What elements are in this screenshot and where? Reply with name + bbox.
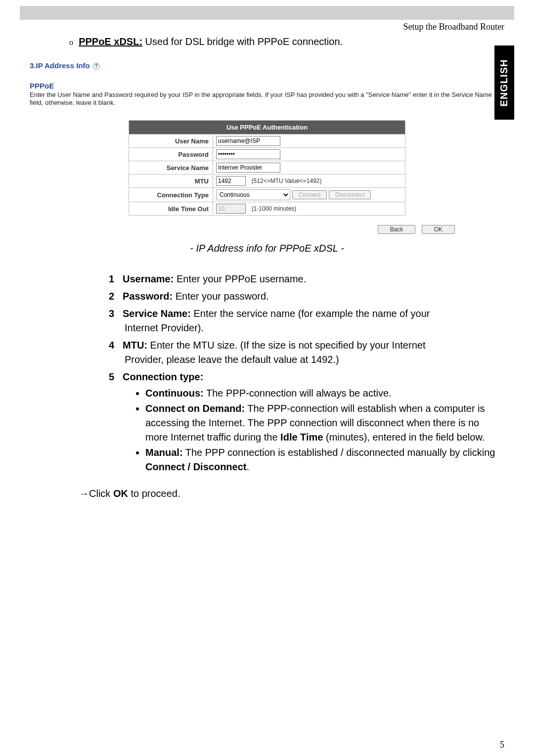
item-label: Username: xyxy=(123,273,174,284)
connection-type-label: Connection Type xyxy=(129,188,213,202)
header-title: Setup the Broadband Router xyxy=(0,20,534,32)
list-item: Continuous: The PPP-connection will alwa… xyxy=(145,386,504,400)
idle-timeout-label: Idle Time Out xyxy=(129,202,213,216)
list-item: 5Connection type: Continuous: The PPP-co… xyxy=(109,370,504,474)
table-row: Connection Type Continuous Connect Disco… xyxy=(129,188,405,202)
service-name-input[interactable] xyxy=(216,163,280,173)
pppoe-title: PPPoE xyxy=(30,82,504,90)
service-name-label: Service Name xyxy=(129,161,213,175)
item-number: 5 xyxy=(109,370,123,384)
mtu-label: MTU xyxy=(129,175,213,188)
item-label: MTU: xyxy=(123,340,147,351)
proceed-pre: Click xyxy=(89,488,113,499)
mtu-input[interactable] xyxy=(216,176,246,186)
sub-label: Manual: xyxy=(145,447,183,458)
sub-text: The PPP-connection will always be active… xyxy=(204,388,392,399)
password-input[interactable] xyxy=(216,149,280,159)
ok-button[interactable]: OK xyxy=(422,225,455,234)
proceed-post: to proceed. xyxy=(128,488,180,499)
table-row: MTU (512<=MTU Value<=1492) xyxy=(129,175,405,188)
top-gray-bar xyxy=(20,6,514,20)
list-item: Connect on Demand: The PPP-connection wi… xyxy=(145,401,504,445)
list-item: 3Service Name: Enter the service name (f… xyxy=(109,307,504,335)
item-label: Connection type: xyxy=(123,371,203,382)
password-label: Password xyxy=(129,148,213,161)
figure-caption: - IP Address info for PPPoE xDSL - xyxy=(30,243,504,254)
action-row: Back OK xyxy=(30,216,504,234)
form-header: Use PPPoE Authentication xyxy=(129,121,405,134)
username-input[interactable] xyxy=(216,136,280,146)
item-text: Enter your password. xyxy=(173,291,269,302)
mtu-hint: (512<=MTU Value<=1492) xyxy=(252,178,322,184)
idle-timeout-input xyxy=(216,204,246,214)
sub-label: Connect on Demand: xyxy=(145,403,245,414)
sub-tail: (minutes), entered in the field below. xyxy=(323,432,485,443)
list-item: 2Password: Enter your password. xyxy=(109,289,504,304)
sub-tail: . xyxy=(246,461,249,472)
section-number: 3. xyxy=(30,61,36,70)
list-item: 4MTU: Enter the MTU size. (If the size i… xyxy=(109,338,504,367)
table-row: Idle Time Out (1-1000 minutes) xyxy=(129,202,405,216)
language-tab: ENGLISH xyxy=(494,45,514,120)
sub-bold: Connect / Disconnect xyxy=(145,461,246,472)
list-item: 1Username: Enter your PPPoE username. xyxy=(109,272,504,286)
username-label: User Name xyxy=(129,134,213,148)
item-continuation: Internet Provider). xyxy=(109,321,504,335)
table-row: Service Name xyxy=(129,161,405,175)
language-tab-text: ENGLISH xyxy=(499,59,510,106)
disconnect-button[interactable]: Disconnect xyxy=(329,190,371,199)
sub-list: Continuous: The PPP-connection will alwa… xyxy=(109,384,504,474)
sub-label: Continuous: xyxy=(145,388,204,399)
pppoe-form-table: Use PPPoE Authentication User Name Passw… xyxy=(129,120,405,216)
item-number: 3 xyxy=(109,307,123,321)
connect-button[interactable]: Connect xyxy=(292,190,327,199)
item-text: Enter the MTU size. (If the size is not … xyxy=(147,340,425,351)
proceed-bold: OK xyxy=(113,488,128,499)
section-heading: 3.IP Address Info ? xyxy=(30,59,504,71)
arrow-icon: → xyxy=(79,488,89,499)
list-item: Manual: The PPP connection is establishe… xyxy=(145,445,504,474)
sub-bold: Idle Time xyxy=(280,432,323,443)
instruction-list: 1Username: Enter your PPPoE username. 2P… xyxy=(30,264,504,474)
intro-bullet: o xyxy=(69,38,73,46)
item-text: Enter your PPPoE username. xyxy=(174,273,306,284)
item-number: 1 xyxy=(109,272,123,286)
item-number: 2 xyxy=(109,289,123,304)
item-label: Service Name: xyxy=(123,308,191,319)
idle-timeout-hint: (1-1000 minutes) xyxy=(252,205,297,212)
section-title: IP Address Info xyxy=(36,61,90,70)
item-label: Password: xyxy=(123,291,173,302)
intro-label: PPPoE xDSL: xyxy=(79,36,142,47)
item-continuation: Provider, please leave the default value… xyxy=(109,353,504,367)
table-row: Password xyxy=(129,148,405,161)
connection-type-select[interactable]: Continuous xyxy=(216,189,290,200)
item-number: 4 xyxy=(109,338,123,353)
intro-text: Used for DSL bridge with PPPoE connectio… xyxy=(142,36,343,47)
back-button[interactable]: Back xyxy=(378,225,416,234)
proceed-line: →Click OK to proceed. xyxy=(30,484,504,499)
page-number: 5 xyxy=(500,740,504,750)
help-icon[interactable]: ? xyxy=(93,63,100,70)
item-text: Enter the service name (for example the … xyxy=(191,308,430,319)
sub-text: The PPP connection is established / disc… xyxy=(183,447,495,458)
pppoe-description: Enter the User Name and Password require… xyxy=(30,91,504,106)
table-row: User Name xyxy=(129,134,405,148)
intro-line: o PPPoE xDSL: Used for DSL bridge with P… xyxy=(30,36,504,47)
